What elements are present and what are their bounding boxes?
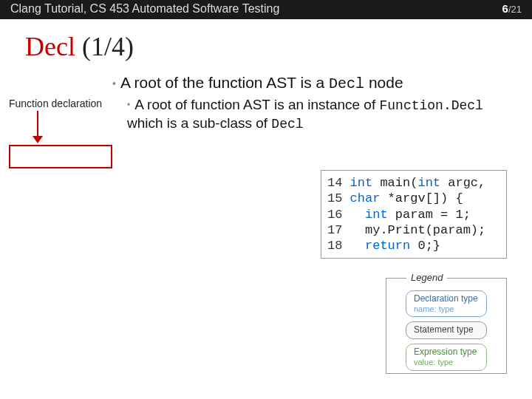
bullet-dot-icon: •	[112, 78, 116, 89]
arrow-line	[37, 111, 38, 137]
arrow-head-icon	[33, 136, 43, 143]
line-number: 14	[327, 176, 342, 190]
legend-frame: Declaration type name: type Statement ty…	[386, 278, 507, 374]
legend-decl-line1: Declaration type	[414, 294, 479, 304]
highlight-box	[9, 145, 112, 168]
function-declaration-label: Function declaration	[9, 98, 102, 109]
slide: Clang Tutorial, CS 453 Automated Softwar…	[0, 0, 532, 399]
legend-expr-line2: value: type	[414, 358, 479, 367]
legend-decl-line2: name: type	[414, 304, 479, 314]
course-title: Clang Tutorial, CS 453 Automated Softwar…	[10, 2, 279, 16]
code-line: 16 int param = 1;	[327, 208, 471, 222]
slide-title: Decl (1/4)	[25, 31, 134, 62]
code-keyword: char	[350, 191, 381, 205]
title-fraction: (1/4)	[75, 32, 134, 61]
code-text: my.Print(param);	[365, 223, 485, 237]
bullet-dot-icon: •	[127, 100, 130, 110]
line-number: 15	[327, 191, 342, 205]
legend-expression: Expression type value: type	[406, 344, 487, 370]
topbar: Clang Tutorial, CS 453 Automated Softwar…	[0, 0, 532, 19]
code-text	[342, 223, 365, 237]
code-keyword: int	[417, 176, 440, 190]
code-line: 14 int main(int argc,	[327, 176, 485, 190]
bullet1-mono: Decl	[329, 75, 364, 92]
code-text	[342, 239, 365, 253]
legend-expr-line1: Expression type	[414, 347, 479, 358]
code-snippet: 14 int main(int argc, 15 char *argv[]) {…	[321, 170, 507, 259]
line-number: 18	[327, 239, 342, 253]
page-total: /21	[508, 4, 522, 15]
code-keyword: return	[365, 239, 410, 253]
bullet2-pre: A root of function AST is an instance of	[134, 97, 379, 112]
code-text	[342, 208, 365, 222]
bullet-level2: •A root of function AST is an instance o…	[127, 96, 511, 134]
code-keyword: int	[365, 208, 388, 222]
code-line: 15 char *argv[]) {	[327, 191, 463, 205]
line-number: 17	[327, 223, 342, 237]
legend-statement: Statement type	[406, 321, 487, 339]
line-number: 16	[327, 208, 342, 222]
legend: Legend Declaration type name: type State…	[386, 278, 507, 374]
code-line: 18 return 0;}	[327, 239, 440, 253]
code-text	[342, 176, 349, 190]
bullet1-text-post: node	[364, 74, 403, 91]
code-text: main(	[372, 176, 417, 190]
code-keyword: int	[350, 176, 373, 190]
title-main: Decl	[25, 32, 75, 61]
bullet2-mid: which is a sub-class of	[127, 115, 271, 131]
legend-stmt-line1: Statement type	[414, 325, 479, 335]
legend-declaration: Declaration type name: type	[406, 290, 487, 317]
code-text: *argv[]) {	[380, 191, 463, 205]
code-text: 0;}	[410, 239, 440, 253]
bullet2-mono2: Decl	[271, 117, 303, 132]
code-line: 17 my.Print(param);	[327, 223, 485, 237]
code-text: argc,	[440, 176, 485, 190]
code-text: param = 1;	[388, 208, 471, 222]
bullet2-mono1: Function.Decl	[380, 98, 483, 113]
page-current: 6	[502, 2, 508, 15]
page-number: 6/21	[502, 2, 522, 15]
bullet-level1: •A root of the function AST is a Decl no…	[112, 74, 403, 92]
code-text	[342, 191, 349, 205]
bullet1-text-pre: A root of the function AST is a	[120, 74, 329, 91]
legend-title: Legend	[406, 272, 447, 283]
